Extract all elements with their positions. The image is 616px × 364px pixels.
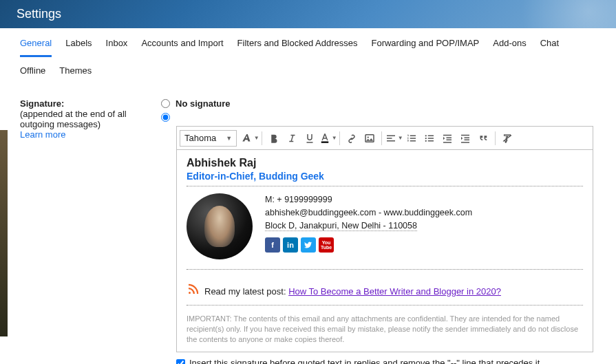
- tab-forwarding[interactable]: Forwarding and POP/IMAP: [371, 38, 479, 57]
- contact-block: M: + 9199999999 abhishek@buddinggeek.com…: [265, 193, 472, 253]
- insert-before-quoted-label: Insert this signature before quoted text…: [189, 358, 542, 364]
- quote-button[interactable]: [474, 129, 492, 147]
- signature-config: No signature Tahoma ▼ ▼ ▼: [161, 98, 596, 364]
- rss-text: Read my latest post: How To Become a Bet…: [204, 286, 501, 297]
- no-signature-label: No signature: [176, 98, 230, 109]
- svg-point-5: [425, 140, 427, 141]
- font-select[interactable]: Tahoma ▼: [180, 130, 237, 147]
- font-select-value: Tahoma: [184, 133, 216, 143]
- bullet-list-button[interactable]: [421, 129, 438, 147]
- tabs-primary: General Labels Inbox Accounts and Import…: [8, 28, 608, 63]
- content: General Labels Inbox Accounts and Import…: [8, 28, 608, 364]
- custom-signature-radio[interactable]: [161, 113, 170, 122]
- tab-filters[interactable]: Filters and Blocked Addresses: [237, 38, 358, 57]
- learn-more-link[interactable]: Learn more: [20, 129, 151, 140]
- sig-name: Abhishek Raj: [187, 157, 583, 169]
- tab-addons[interactable]: Add-ons: [493, 38, 526, 57]
- underline-button[interactable]: [301, 129, 319, 147]
- separator: [339, 131, 340, 145]
- sig-title: Editor-in-Chief, Budding Geek: [187, 171, 583, 182]
- linkedin-icon[interactable]: in: [283, 237, 298, 253]
- separator: [495, 131, 496, 145]
- caret-icon: ▼: [226, 135, 232, 142]
- main-area: Signature: (appended at the end of all o…: [8, 94, 608, 364]
- text-color-button[interactable]: ▼: [319, 129, 337, 147]
- divider: [187, 186, 583, 186]
- settings-header: Settings: [0, 0, 616, 28]
- social-row: f in YouTube: [265, 237, 472, 253]
- bg-decor: [0, 130, 8, 336]
- separator: [381, 131, 382, 145]
- bold-button[interactable]: [265, 129, 283, 147]
- sig-email: abhishek@buddinggeek.com: [265, 208, 376, 217]
- editor-canvas[interactable]: Abhishek Raj Editor-in-Chief, Budding Ge…: [177, 150, 593, 352]
- editor-toolbar: Tahoma ▼ ▼ ▼ ▼: [177, 127, 593, 150]
- italic-button[interactable]: [283, 129, 301, 147]
- tab-offline[interactable]: Offline: [20, 65, 45, 85]
- tab-chat[interactable]: Chat: [540, 38, 559, 57]
- no-signature-row: No signature: [161, 98, 596, 109]
- svg-rect-0: [321, 141, 328, 142]
- sig-mobile: M: + 9199999999: [265, 193, 472, 206]
- indent-less-button[interactable]: [438, 129, 456, 147]
- custom-signature-row: [161, 113, 596, 122]
- divider: [187, 269, 583, 270]
- avatar: [187, 193, 253, 259]
- svg-point-2: [368, 136, 369, 138]
- signature-label: Signature:: [20, 98, 151, 109]
- page-title: Settings: [17, 7, 61, 21]
- tabs-secondary: Offline Themes: [8, 63, 608, 94]
- rss-icon: [187, 283, 199, 299]
- rss-row: Read my latest post: How To Become a Bet…: [187, 283, 583, 299]
- tab-accounts[interactable]: Accounts and Import: [141, 38, 223, 57]
- divider: [187, 305, 583, 306]
- section-label-col: Signature: (appended at the end of all o…: [20, 98, 161, 364]
- svg-point-3: [425, 135, 427, 136]
- separator: [262, 131, 262, 145]
- tab-inbox[interactable]: Inbox: [106, 38, 128, 57]
- align-button[interactable]: ▼: [385, 129, 403, 147]
- image-button[interactable]: [361, 129, 379, 147]
- remove-format-button[interactable]: [498, 129, 516, 147]
- insert-before-quoted-checkbox[interactable]: [176, 359, 185, 364]
- svg-point-4: [425, 137, 427, 138]
- sig-address: Block D, Janakpuri, New Delhi - 110058: [265, 220, 472, 233]
- facebook-icon[interactable]: f: [265, 237, 280, 253]
- tab-general[interactable]: General: [20, 38, 52, 57]
- tab-themes[interactable]: Themes: [59, 65, 92, 85]
- font-size-button[interactable]: ▼: [241, 129, 259, 147]
- insert-before-quoted-row: Insert this signature before quoted text…: [176, 358, 593, 364]
- link-button[interactable]: [343, 129, 361, 147]
- latest-post-link[interactable]: How To Become a Better Writer and Blogge…: [288, 286, 501, 297]
- sig-website: www.buddinggeek.com: [384, 208, 473, 217]
- tab-labels[interactable]: Labels: [65, 38, 92, 57]
- twitter-icon[interactable]: [301, 237, 316, 253]
- sig-body: M: + 9199999999 abhishek@buddinggeek.com…: [187, 193, 583, 259]
- youtube-icon[interactable]: YouTube: [319, 237, 334, 253]
- no-signature-radio[interactable]: [161, 99, 170, 108]
- signature-desc: (appended at the end of all outgoing mes…: [20, 109, 151, 129]
- svg-point-6: [189, 292, 191, 294]
- numbered-list-button[interactable]: [403, 129, 421, 147]
- indent-more-button[interactable]: [456, 129, 474, 147]
- sig-email-line: abhishek@buddinggeek.com - www.buddingge…: [265, 206, 472, 220]
- signature-editor: Tahoma ▼ ▼ ▼ ▼: [176, 126, 593, 352]
- sig-disclaimer: IMPORTANT: The contents of this email an…: [187, 314, 583, 345]
